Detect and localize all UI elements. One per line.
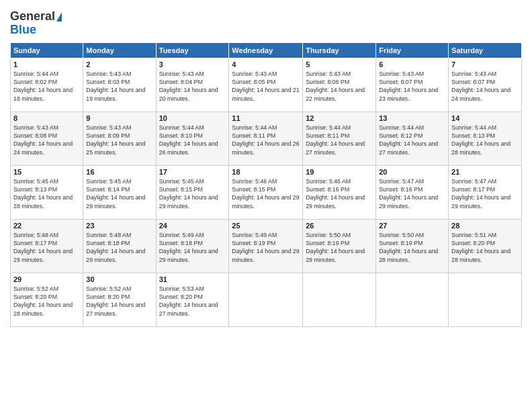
day-info: Sunrise: 5:46 AMSunset: 8:15 PMDaylight:… <box>232 178 299 210</box>
calendar-cell: 17 Sunrise: 5:45 AMSunset: 8:15 PMDaylig… <box>156 165 229 219</box>
calendar-cell <box>376 273 449 326</box>
day-number: 15 <box>13 168 80 176</box>
day-info: Sunrise: 5:49 AMSunset: 8:19 PMDaylight:… <box>232 232 299 263</box>
calendar-cell: 29 Sunrise: 5:52 AMSunset: 8:20 PMDaylig… <box>11 273 83 326</box>
calendar-cell: 14 Sunrise: 5:44 AMSunset: 8:13 PMDaylig… <box>449 111 522 165</box>
calendar-cell: 1 Sunrise: 5:44 AMSunset: 8:02 PMDayligh… <box>11 58 83 111</box>
calendar-cell: 24 Sunrise: 5:49 AMSunset: 8:18 PMDaylig… <box>156 219 229 273</box>
day-number: 25 <box>232 222 300 230</box>
day-info: Sunrise: 5:43 AMSunset: 8:05 PMDaylight:… <box>232 71 299 102</box>
day-number: 19 <box>306 168 373 176</box>
calendar-cell: 7 Sunrise: 5:43 AMSunset: 8:07 PMDayligh… <box>449 58 522 111</box>
day-info: Sunrise: 5:48 AMSunset: 8:18 PMDaylight:… <box>86 232 145 263</box>
day-info: Sunrise: 5:47 AMSunset: 8:16 PMDaylight:… <box>379 178 438 210</box>
day-number: 26 <box>306 222 373 230</box>
day-number: 8 <box>13 114 80 122</box>
day-number: 27 <box>379 222 445 230</box>
day-number: 17 <box>159 168 226 176</box>
day-info: Sunrise: 5:45 AMSunset: 8:15 PMDaylight:… <box>159 178 218 210</box>
day-info: Sunrise: 5:52 AMSunset: 8:20 PMDaylight:… <box>13 285 73 317</box>
calendar-table: SundayMondayTuesdayWednesdayThursdayFrid… <box>10 42 522 327</box>
calendar-cell: 28 Sunrise: 5:51 AMSunset: 8:20 PMDaylig… <box>449 219 522 273</box>
logo-icon <box>56 12 62 21</box>
logo: General Blue <box>10 10 62 37</box>
calendar-cell: 18 Sunrise: 5:46 AMSunset: 8:15 PMDaylig… <box>229 165 303 219</box>
calendar-cell: 9 Sunrise: 5:43 AMSunset: 8:09 PMDayligh… <box>83 111 156 165</box>
day-number: 29 <box>13 275 80 283</box>
calendar-week-row: 8 Sunrise: 5:43 AMSunset: 8:08 PMDayligh… <box>11 111 522 165</box>
day-info: Sunrise: 5:44 AMSunset: 8:13 PMDaylight:… <box>451 124 511 156</box>
calendar-cell: 22 Sunrise: 5:48 AMSunset: 8:17 PMDaylig… <box>11 219 83 273</box>
day-number: 22 <box>13 222 80 230</box>
weekday-header: Monday <box>83 42 156 58</box>
weekday-header: Sunday <box>11 42 83 58</box>
header: General Blue <box>10 10 522 37</box>
day-number: 4 <box>232 60 300 68</box>
day-number: 12 <box>306 114 373 122</box>
calendar-cell: 26 Sunrise: 5:50 AMSunset: 8:19 PMDaylig… <box>303 219 376 273</box>
calendar-cell: 27 Sunrise: 5:50 AMSunset: 8:19 PMDaylig… <box>376 219 449 273</box>
day-info: Sunrise: 5:44 AMSunset: 8:11 PMDaylight:… <box>306 124 365 156</box>
day-number: 18 <box>232 168 300 176</box>
day-info: Sunrise: 5:43 AMSunset: 8:03 PMDaylight:… <box>86 71 145 102</box>
day-number: 10 <box>159 114 226 122</box>
day-number: 9 <box>86 114 152 122</box>
calendar-cell: 6 Sunrise: 5:43 AMSunset: 8:07 PMDayligh… <box>376 58 449 111</box>
logo-text: General <box>10 10 62 24</box>
day-number: 5 <box>306 60 373 68</box>
day-info: Sunrise: 5:45 AMSunset: 8:14 PMDaylight:… <box>86 178 145 210</box>
calendar-cell: 20 Sunrise: 5:47 AMSunset: 8:16 PMDaylig… <box>376 165 449 219</box>
calendar-cell: 3 Sunrise: 5:43 AMSunset: 8:04 PMDayligh… <box>156 58 229 111</box>
day-number: 13 <box>379 114 445 122</box>
day-number: 2 <box>86 60 152 68</box>
calendar-cell: 10 Sunrise: 5:44 AMSunset: 8:10 PMDaylig… <box>156 111 229 165</box>
calendar-cell: 25 Sunrise: 5:49 AMSunset: 8:19 PMDaylig… <box>229 219 303 273</box>
day-info: Sunrise: 5:48 AMSunset: 8:17 PMDaylight:… <box>13 232 73 263</box>
day-number: 21 <box>451 168 519 176</box>
day-info: Sunrise: 5:46 AMSunset: 8:16 PMDaylight:… <box>306 178 365 210</box>
calendar-cell: 30 Sunrise: 5:52 AMSunset: 8:20 PMDaylig… <box>83 273 156 326</box>
day-info: Sunrise: 5:50 AMSunset: 8:19 PMDaylight:… <box>306 232 365 263</box>
day-info: Sunrise: 5:43 AMSunset: 8:04 PMDaylight:… <box>159 71 218 102</box>
calendar-week-row: 29 Sunrise: 5:52 AMSunset: 8:20 PMDaylig… <box>11 273 522 326</box>
calendar-week-row: 15 Sunrise: 5:45 AMSunset: 8:13 PMDaylig… <box>11 165 522 219</box>
calendar-cell <box>303 273 376 326</box>
calendar-cell: 2 Sunrise: 5:43 AMSunset: 8:03 PMDayligh… <box>83 58 156 111</box>
calendar-cell: 15 Sunrise: 5:45 AMSunset: 8:13 PMDaylig… <box>11 165 83 219</box>
day-info: Sunrise: 5:44 AMSunset: 8:11 PMDaylight:… <box>232 124 299 156</box>
day-number: 30 <box>86 275 152 283</box>
day-number: 24 <box>159 222 226 230</box>
day-info: Sunrise: 5:44 AMSunset: 8:02 PMDaylight:… <box>13 71 73 102</box>
day-number: 20 <box>379 168 445 176</box>
weekday-header: Tuesday <box>156 42 229 58</box>
calendar-header: SundayMondayTuesdayWednesdayThursdayFrid… <box>11 42 522 58</box>
calendar-cell: 16 Sunrise: 5:45 AMSunset: 8:14 PMDaylig… <box>83 165 156 219</box>
day-info: Sunrise: 5:43 AMSunset: 8:07 PMDaylight:… <box>379 71 438 102</box>
calendar-cell <box>449 273 522 326</box>
calendar-body: 1 Sunrise: 5:44 AMSunset: 8:02 PMDayligh… <box>11 58 522 326</box>
calendar-cell: 13 Sunrise: 5:44 AMSunset: 8:12 PMDaylig… <box>376 111 449 165</box>
calendar-cell: 12 Sunrise: 5:44 AMSunset: 8:11 PMDaylig… <box>303 111 376 165</box>
day-info: Sunrise: 5:50 AMSunset: 8:19 PMDaylight:… <box>379 232 438 263</box>
day-number: 11 <box>232 114 300 122</box>
day-number: 7 <box>451 60 519 68</box>
weekday-row: SundayMondayTuesdayWednesdayThursdayFrid… <box>11 42 522 58</box>
day-info: Sunrise: 5:43 AMSunset: 8:07 PMDaylight:… <box>451 71 511 102</box>
day-number: 3 <box>159 60 226 68</box>
page-container: General Blue SundayMondayTuesdayWednesda… <box>0 0 532 411</box>
day-number: 31 <box>159 275 226 283</box>
day-number: 28 <box>451 222 519 230</box>
day-info: Sunrise: 5:44 AMSunset: 8:12 PMDaylight:… <box>379 124 438 156</box>
day-number: 1 <box>13 60 80 68</box>
calendar-cell: 19 Sunrise: 5:46 AMSunset: 8:16 PMDaylig… <box>303 165 376 219</box>
day-info: Sunrise: 5:43 AMSunset: 8:09 PMDaylight:… <box>86 124 145 156</box>
calendar-week-row: 1 Sunrise: 5:44 AMSunset: 8:02 PMDayligh… <box>11 58 522 111</box>
calendar-cell: 11 Sunrise: 5:44 AMSunset: 8:11 PMDaylig… <box>229 111 303 165</box>
weekday-header: Saturday <box>449 42 522 58</box>
day-info: Sunrise: 5:45 AMSunset: 8:13 PMDaylight:… <box>13 178 73 210</box>
calendar-week-row: 22 Sunrise: 5:48 AMSunset: 8:17 PMDaylig… <box>11 219 522 273</box>
day-info: Sunrise: 5:47 AMSunset: 8:17 PMDaylight:… <box>451 178 511 210</box>
calendar-cell <box>229 273 303 326</box>
weekday-header: Wednesday <box>229 42 303 58</box>
logo-blue: Blue <box>10 24 36 37</box>
